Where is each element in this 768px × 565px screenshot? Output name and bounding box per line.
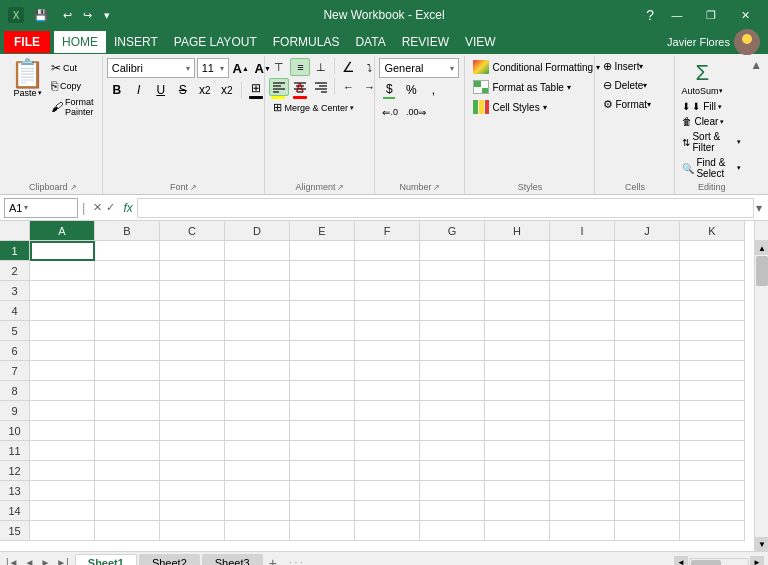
cell-B6[interactable]	[95, 341, 160, 361]
cell-G9[interactable]	[420, 401, 485, 421]
cell-J13[interactable]	[615, 481, 680, 501]
cell-I3[interactable]	[550, 281, 615, 301]
cell-D8[interactable]	[225, 381, 290, 401]
row-header-12[interactable]: 12	[0, 461, 30, 481]
cell-I1[interactable]	[550, 241, 615, 261]
cell-D12[interactable]	[225, 461, 290, 481]
cell-B5[interactable]	[95, 321, 160, 341]
cell-J10[interactable]	[615, 421, 680, 441]
cell-H8[interactable]	[485, 381, 550, 401]
cell-G1[interactable]	[420, 241, 485, 261]
cell-D1[interactable]	[225, 241, 290, 261]
superscript-button[interactable]: x2	[217, 80, 237, 100]
user-avatar[interactable]	[734, 29, 760, 55]
cell-K13[interactable]	[680, 481, 745, 501]
cell-F8[interactable]	[355, 381, 420, 401]
cell-F2[interactable]	[355, 261, 420, 281]
merge-center-button[interactable]: ⊞ Merge & Center ▾	[269, 99, 358, 116]
row-header-8[interactable]: 8	[0, 381, 30, 401]
cell-G2[interactable]	[420, 261, 485, 281]
cell-G3[interactable]	[420, 281, 485, 301]
cell-G15[interactable]	[420, 521, 485, 541]
cell-A12[interactable]	[30, 461, 95, 481]
italic-button[interactable]: I	[129, 80, 149, 100]
cell-J11[interactable]	[615, 441, 680, 461]
underline-button[interactable]: U	[151, 80, 171, 100]
bold-button[interactable]: B	[107, 80, 127, 100]
cell-B14[interactable]	[95, 501, 160, 521]
row-header-4[interactable]: 4	[0, 301, 30, 321]
cell-I8[interactable]	[550, 381, 615, 401]
col-header-c[interactable]: C	[160, 221, 225, 241]
copy-button[interactable]: ⎘ Copy	[49, 78, 98, 94]
cell-D11[interactable]	[225, 441, 290, 461]
cell-G5[interactable]	[420, 321, 485, 341]
cell-A1[interactable]	[30, 241, 95, 261]
row-header-10[interactable]: 10	[0, 421, 30, 441]
conditional-formatting-button[interactable]: Conditional Formatting ▾	[469, 58, 604, 76]
cell-C7[interactable]	[160, 361, 225, 381]
file-menu-button[interactable]: FILE	[4, 31, 50, 53]
row-header-15[interactable]: 15	[0, 521, 30, 541]
format-cells-button[interactable]: ⚙ Format ▾	[599, 96, 655, 113]
cell-C12[interactable]	[160, 461, 225, 481]
cell-G6[interactable]	[420, 341, 485, 361]
enter-formula-button[interactable]: ✓	[106, 201, 115, 214]
formula-expand-button[interactable]: ▾	[754, 201, 764, 215]
cell-A11[interactable]	[30, 441, 95, 461]
number-expand-icon[interactable]: ↗	[433, 183, 440, 192]
review-menu-item[interactable]: REVIEW	[394, 31, 457, 53]
cell-D9[interactable]	[225, 401, 290, 421]
cell-D6[interactable]	[225, 341, 290, 361]
insert-menu-item[interactable]: INSERT	[106, 31, 166, 53]
cell-D5[interactable]	[225, 321, 290, 341]
cell-F9[interactable]	[355, 401, 420, 421]
row-header-5[interactable]: 5	[0, 321, 30, 341]
cell-A14[interactable]	[30, 501, 95, 521]
cell-C14[interactable]	[160, 501, 225, 521]
cell-G8[interactable]	[420, 381, 485, 401]
cell-A15[interactable]	[30, 521, 95, 541]
cell-I7[interactable]	[550, 361, 615, 381]
cell-styles-button[interactable]: Cell Styles ▾	[469, 98, 550, 116]
cell-F14[interactable]	[355, 501, 420, 521]
cell-G12[interactable]	[420, 461, 485, 481]
cell-F13[interactable]	[355, 481, 420, 501]
format-painter-button[interactable]: 🖌 Format Painter	[49, 96, 98, 118]
cell-E12[interactable]	[290, 461, 355, 481]
cell-I6[interactable]	[550, 341, 615, 361]
font-expand-icon[interactable]: ↗	[190, 183, 197, 192]
cell-J1[interactable]	[615, 241, 680, 261]
cell-K15[interactable]	[680, 521, 745, 541]
cell-B13[interactable]	[95, 481, 160, 501]
cut-button[interactable]: ✂ Cut	[49, 60, 98, 76]
cell-I14[interactable]	[550, 501, 615, 521]
insert-cells-button[interactable]: ⊕ Insert ▾	[599, 58, 647, 75]
row-header-13[interactable]: 13	[0, 481, 30, 501]
cancel-formula-button[interactable]: ✕	[93, 201, 102, 214]
col-header-i[interactable]: I	[550, 221, 615, 241]
cell-C5[interactable]	[160, 321, 225, 341]
h-scroll-track[interactable]	[689, 558, 749, 566]
cell-I9[interactable]	[550, 401, 615, 421]
cell-K14[interactable]	[680, 501, 745, 521]
cell-J3[interactable]	[615, 281, 680, 301]
middle-align-button[interactable]: ≡	[290, 58, 310, 76]
cell-J14[interactable]	[615, 501, 680, 521]
cell-J12[interactable]	[615, 461, 680, 481]
select-all-button[interactable]	[0, 221, 30, 241]
cell-H10[interactable]	[485, 421, 550, 441]
cell-I12[interactable]	[550, 461, 615, 481]
cell-I15[interactable]	[550, 521, 615, 541]
row-header-3[interactable]: 3	[0, 281, 30, 301]
left-align-button[interactable]	[269, 78, 289, 96]
cell-C10[interactable]	[160, 421, 225, 441]
cell-B10[interactable]	[95, 421, 160, 441]
cell-H14[interactable]	[485, 501, 550, 521]
decrease-decimal-button[interactable]: .00⇒	[403, 102, 430, 122]
cell-E3[interactable]	[290, 281, 355, 301]
currency-button[interactable]: $	[379, 80, 399, 100]
cell-I4[interactable]	[550, 301, 615, 321]
cell-K11[interactable]	[680, 441, 745, 461]
save-button[interactable]: 💾	[32, 6, 50, 24]
